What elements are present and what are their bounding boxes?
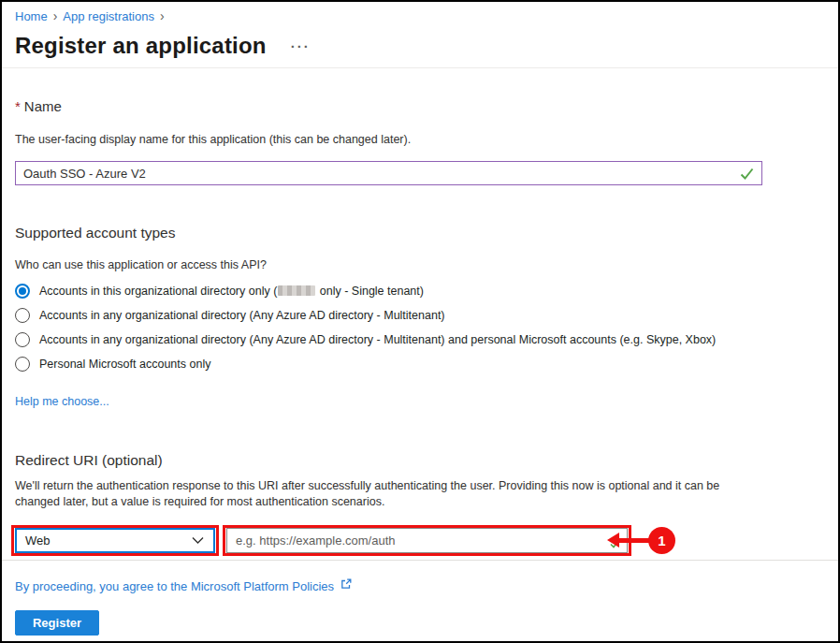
- supported-account-types-heading: Supported account types: [15, 225, 175, 241]
- radio-unselected-icon[interactable]: [15, 308, 30, 323]
- policy-row: By proceeding, you agree to the Microsof…: [15, 577, 353, 594]
- platform-selected-value: Web: [25, 533, 51, 548]
- radio-unselected-icon[interactable]: [15, 332, 30, 347]
- radio-label: Accounts in any organizational directory…: [39, 333, 716, 346]
- annotation-step-badge: 1: [648, 527, 675, 554]
- page-header: Register an application ···: [15, 33, 311, 59]
- breadcrumb-link-app-registrations[interactable]: App registrations: [63, 9, 154, 23]
- chevron-down-icon: [192, 533, 204, 548]
- help-me-choose-link[interactable]: Help me choose...: [15, 395, 109, 408]
- account-types-question: Who can use this application or access t…: [15, 258, 267, 271]
- breadcrumb-separator-icon: ›: [160, 8, 165, 23]
- name-help-text: The user-facing display name for this ap…: [15, 133, 411, 146]
- redacted-tenant-name: [278, 285, 315, 296]
- radio-option-multitenant-personal[interactable]: Accounts in any organizational directory…: [15, 328, 716, 352]
- radio-option-personal-only[interactable]: Personal Microsoft accounts only: [15, 352, 716, 376]
- radio-label: Accounts in any organizational directory…: [39, 309, 445, 322]
- radio-option-multitenant[interactable]: Accounts in any organizational directory…: [15, 303, 716, 328]
- account-type-radio-group: Accounts in this organizational director…: [15, 279, 716, 376]
- section-divider: [2, 560, 838, 561]
- valid-check-icon: [740, 167, 754, 183]
- redirect-uri-heading: Redirect URI (optional): [15, 452, 163, 469]
- name-input[interactable]: [15, 161, 762, 185]
- radio-label: Personal Microsoft accounts only: [39, 358, 210, 371]
- name-field-label: *Name: [15, 98, 62, 114]
- redirect-uri-description: We'll return the authentication response…: [15, 478, 763, 510]
- name-input-container: [15, 161, 762, 185]
- external-link-icon: [340, 577, 353, 594]
- radio-label: Accounts in this organizational director…: [39, 285, 424, 298]
- annotation-arrow: [618, 538, 651, 543]
- radio-option-single-tenant[interactable]: Accounts in this organizational director…: [15, 279, 716, 303]
- header-divider: [2, 67, 838, 68]
- platform-select-dropdown[interactable]: Web: [15, 528, 215, 553]
- name-label-text: Name: [24, 98, 62, 114]
- page-title: Register an application: [15, 33, 267, 59]
- breadcrumb-separator-icon: ›: [53, 8, 58, 23]
- more-options-icon[interactable]: ···: [291, 38, 311, 54]
- annotation-arrowhead-icon: [607, 533, 619, 548]
- breadcrumb: Home › App registrations ›: [15, 8, 165, 23]
- register-button[interactable]: Register: [15, 610, 99, 636]
- radio-unselected-icon[interactable]: [15, 357, 30, 372]
- platform-policies-link[interactable]: By proceeding, you agree to the Microsof…: [15, 579, 334, 593]
- register-application-page: Home › App registrations › Register an a…: [0, 0, 840, 643]
- breadcrumb-link-home[interactable]: Home: [15, 9, 48, 23]
- redirect-uri-input[interactable]: [226, 528, 628, 553]
- required-asterisk: *: [15, 98, 21, 114]
- radio-selected-icon[interactable]: [15, 284, 30, 299]
